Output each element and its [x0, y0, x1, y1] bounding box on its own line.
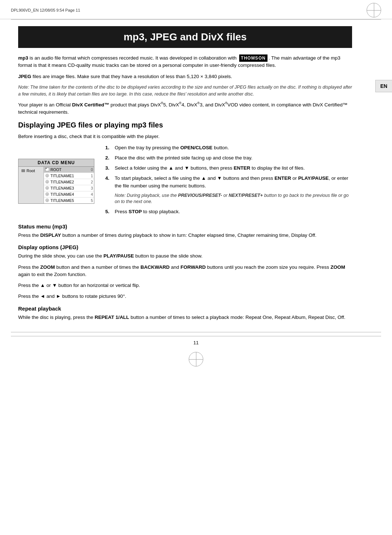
step-note-bold2: NEXT/PRESET+	[229, 193, 263, 198]
step-4-bold1: ENTER	[274, 175, 291, 181]
folder-icon	[21, 169, 25, 172]
page: DPL906VD_EN 12/08/05 9:54 Page 11 EN mp3…	[0, 0, 392, 535]
file-icon-0	[45, 167, 49, 171]
step-3-bold: ENTER	[234, 165, 250, 171]
display-options-para2: Press the ZOOM button and then a number …	[18, 264, 352, 279]
top-bar: DPL906VD_EN 12/08/05 9:54 Page 11	[0, 0, 392, 19]
menu-row-5: ♪ TITLENAME5 5	[44, 198, 94, 203]
jpeg-label: JPEG	[18, 74, 31, 79]
menu-row-4: ♪ TITLENAME4 4	[44, 191, 94, 198]
file-icon-1: ♪	[45, 174, 49, 178]
menu-row-num-1: 1	[89, 174, 93, 178]
menu-row-name-5: TITLENAME5	[50, 198, 87, 203]
data-cd-menu: DATA CD MENU Root	[18, 159, 94, 204]
top-crosshair	[367, 3, 381, 17]
mp3-text-2: is an audio file format which compresses…	[28, 55, 238, 61]
display-options-heading: Display options (JPEG)	[18, 244, 352, 250]
thomson-logo: THOMSON	[239, 54, 268, 62]
page-title-bar: mp3, JPEG and DivX files	[18, 26, 352, 48]
step-5-num: 5.	[105, 208, 112, 215]
step-4: 4. To start playback, select a file usin…	[105, 175, 352, 190]
step-3-num: 3.	[105, 165, 112, 172]
step-5-bold: STOP	[128, 209, 142, 214]
menu-row-num-5: 5	[89, 198, 93, 203]
steps-list: 1. Open the tray by pressing the OPEN/CL…	[105, 144, 352, 190]
status-menu-heading: Status menu (mp3)	[18, 223, 352, 230]
step-5: 5. Press STOP to stop playback.	[105, 208, 352, 215]
divx-paragraph: Your player is an Official DivX Certifie…	[18, 101, 352, 116]
page-title: mp3, JPEG and DivX files	[25, 31, 345, 43]
zoom-bold1: ZOOM	[40, 264, 55, 270]
step-4-num: 4.	[105, 175, 112, 190]
step-4-bold2: PLAY/PAUSE	[298, 175, 329, 181]
repeat-playback-heading: Repeat playback	[18, 305, 352, 312]
display-options-para1: During the slide show, you can use the P…	[18, 252, 352, 260]
step-1-num: 1.	[105, 144, 112, 151]
status-menu-text: Press the DISPLAY button a number of tim…	[18, 232, 352, 239]
menu-row-name-1: TITLENAME1	[50, 174, 87, 178]
step-4-text: To start playback, select a file using t…	[115, 175, 352, 190]
jpeg-text: files are image files. Make sure that th…	[31, 74, 232, 79]
step-4-note: Note: During playback, use the PREVIOUS/…	[115, 192, 352, 205]
step-1-bold: OPEN/CLOSE	[180, 145, 213, 150]
bottom-registration-mark	[189, 352, 203, 366]
display-bold: DISPLAY	[40, 232, 61, 238]
data-cd-menu-body: Root ROOT 0	[19, 167, 94, 203]
menu-row-0: ROOT 0	[44, 167, 94, 173]
bottom-rule	[11, 332, 381, 332]
menu-row-num-2: 2	[89, 180, 93, 184]
file-icon-3: ♪	[45, 186, 49, 190]
menu-row-2: ♪ TITLENAME2 2	[44, 179, 94, 185]
mp3-label: mp3	[18, 55, 28, 61]
section1-heading: Displaying JPEG files or playing mp3 fil…	[18, 121, 352, 129]
step-1: 1. Open the tray by pressing the OPEN/CL…	[105, 144, 352, 151]
repeat-bold: REPEAT 1/ALL	[95, 315, 129, 320]
step-note-italic1: or	[222, 193, 229, 198]
step-2: 2. Place the disc with the printed side …	[105, 154, 352, 162]
data-cd-menu-col: DATA CD MENU Root	[18, 159, 98, 219]
menu-row-name-2: TITLENAME2	[50, 180, 87, 184]
menu-col-left: Root	[19, 167, 44, 203]
file-icon-4: ♪	[45, 192, 49, 196]
two-col-layout: DATA CD MENU Root	[18, 144, 352, 219]
bottom-bar	[0, 349, 392, 369]
registration-mark	[367, 3, 381, 17]
en-tab: EN	[375, 80, 392, 92]
step-2-num: 2.	[105, 154, 112, 162]
step-note-text: Note: During playback, use the	[115, 193, 178, 198]
repeat-playback-text: While the disc is playing, press the REP…	[18, 314, 352, 321]
play-pause-bold: PLAY/PAUSE	[103, 253, 134, 259]
menu-row-num-3: 3	[89, 186, 93, 190]
step-3-text: Select a folder using the ▲ and ▼ button…	[115, 165, 352, 172]
menu-row-num-0: 0	[89, 167, 93, 172]
display-options-para4: Press the ◄ and ► buttons to rotate pict…	[18, 293, 352, 300]
step-1-text: Open the tray by pressing the OPEN/CLOSE…	[115, 144, 352, 151]
divx-certified: DivX Certified™	[72, 102, 109, 108]
jpeg-line: JPEG files are image files. Make sure th…	[18, 73, 352, 80]
menu-row-3: ♪ TITLENAME3 3	[44, 185, 94, 191]
backward-bold: BACKWARD	[140, 264, 170, 270]
menu-row-name-4: TITLENAME4	[50, 192, 87, 196]
menu-col-right: ROOT 0 ♪ TITLENAME1 1	[44, 167, 94, 203]
svg-rect-1	[45, 168, 47, 169]
forward-bold: FORWARD	[180, 264, 206, 270]
jpeg-note: Note: The time taken for the contents of…	[18, 84, 352, 98]
section1-intro: Before inserting a disc, check that it i…	[18, 133, 352, 140]
menu-row-num-4: 4	[89, 192, 93, 196]
data-cd-menu-title: DATA CD MENU	[19, 159, 94, 167]
display-options-para3: Press the ▲ or ▼ button for an horizonta…	[18, 282, 352, 289]
page-number: 11	[11, 336, 381, 349]
menu-row-name-0: ROOT	[50, 167, 87, 172]
menu-row-name-3: TITLENAME3	[50, 186, 87, 190]
menu-root-label: Root	[26, 169, 35, 173]
mp3-intro-paragraph: mp3 is an audio file format which compre…	[18, 54, 352, 69]
menu-root-item: Root	[20, 167, 42, 174]
step-5-text: Press STOP to stop playback.	[115, 208, 352, 215]
step-3: 3. Select a folder using the ▲ and ▼ but…	[105, 165, 352, 172]
steps-col: 1. Open the tray by pressing the OPEN/CL…	[105, 144, 352, 219]
file-icon-5: ♪	[45, 198, 49, 202]
menu-row-1: ♪ TITLENAME1 1	[44, 173, 94, 179]
meta-text: DPL906VD_EN 12/08/05 9:54 Page 11	[11, 8, 80, 12]
step-note-bold1: PREVIOUS/PRESET-	[178, 193, 222, 198]
main-content: mp3, JPEG and DivX files mp3 is an audio…	[0, 20, 377, 332]
